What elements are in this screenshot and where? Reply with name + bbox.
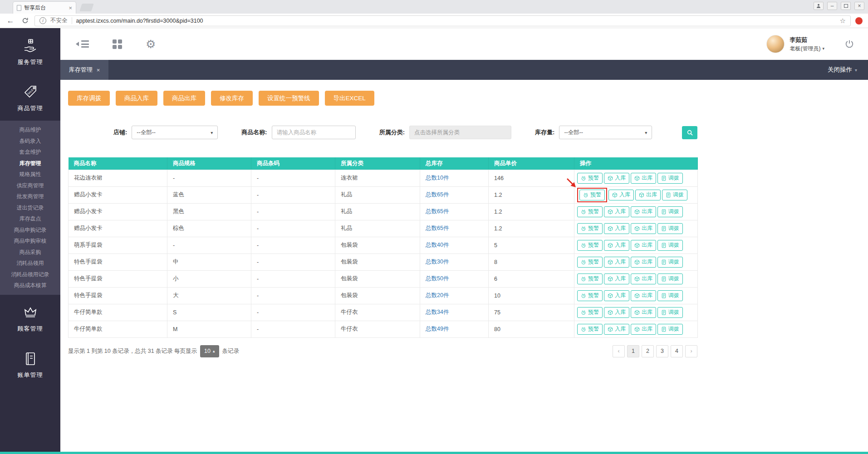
transfer-button[interactable]: 调拨 bbox=[657, 257, 683, 268]
sidebar-item-billing[interactable]: 账单管理 bbox=[0, 341, 60, 387]
outbound-button[interactable]: 出库 bbox=[631, 273, 656, 284]
sidebar-subitem[interactable]: 库存盘点 bbox=[0, 213, 60, 225]
outbound-button[interactable]: 出库 bbox=[631, 290, 656, 301]
sidebar-item-customers[interactable]: 顾客管理 bbox=[0, 295, 60, 341]
user-menu[interactable]: 李茹茹 老板(管理员) ▾ bbox=[766, 35, 824, 53]
inbound-button[interactable]: 入库 bbox=[604, 307, 629, 318]
transfer-button[interactable]: 调拨 bbox=[657, 223, 683, 234]
back-button[interactable]: ← bbox=[5, 17, 15, 24]
alert-button[interactable]: 预警 bbox=[577, 290, 603, 301]
avatar[interactable] bbox=[766, 35, 785, 53]
close-operations-menu[interactable]: 关闭操作 ▾ bbox=[828, 66, 857, 74]
sidebar-subitem[interactable]: 套盒维护 bbox=[0, 146, 60, 158]
inbound-button[interactable]: 入库 bbox=[604, 223, 629, 234]
total-stock-link[interactable]: 总数65件 bbox=[426, 191, 449, 198]
page-button-4[interactable]: 4 bbox=[671, 345, 683, 357]
extension-icon[interactable] bbox=[855, 17, 863, 24]
prev-page-button[interactable]: ‹ bbox=[613, 345, 625, 357]
total-stock-link[interactable]: 总数10件 bbox=[426, 175, 449, 181]
sidebar-subitem[interactable]: 供应商管理 bbox=[0, 180, 60, 191]
inbound-button[interactable]: 入库 bbox=[608, 190, 634, 200]
outbound-button[interactable]: 出库 bbox=[631, 307, 656, 318]
shop-select[interactable]: --全部-- ▾ bbox=[132, 126, 218, 139]
outbound-button[interactable]: 出库 bbox=[631, 324, 656, 335]
transfer-button[interactable]: 调拨 bbox=[657, 240, 683, 251]
maximize-button[interactable] bbox=[841, 2, 851, 10]
transfer-button[interactable]: 调拨 bbox=[657, 324, 683, 335]
total-stock-link[interactable]: 总数49件 bbox=[426, 326, 449, 332]
total-stock-link[interactable]: 总数65件 bbox=[426, 208, 449, 215]
outbound-button[interactable]: 出库 bbox=[635, 190, 661, 200]
alert-button[interactable]: 预警 bbox=[577, 307, 603, 318]
logout-power-icon[interactable] bbox=[844, 39, 854, 49]
sidebar-item-service[interactable]: 服务管理 bbox=[0, 28, 60, 74]
inbound-button[interactable]: 入库 bbox=[604, 240, 629, 251]
transfer-button[interactable]: 调拨 bbox=[657, 173, 683, 184]
outbound-button[interactable]: 出库 bbox=[631, 223, 656, 234]
next-page-button[interactable]: › bbox=[685, 345, 697, 357]
inbound-button[interactable]: 入库 bbox=[604, 273, 629, 284]
goods-inbound-button[interactable]: 商品入库 bbox=[116, 91, 157, 106]
alert-button[interactable]: 预警 bbox=[577, 206, 603, 217]
product-name-input[interactable] bbox=[272, 126, 356, 139]
inbound-button[interactable]: 入库 bbox=[604, 290, 629, 301]
tab-close-icon[interactable]: × bbox=[97, 67, 100, 73]
sidebar-subitem[interactable]: 商品成本核算 bbox=[0, 280, 60, 291]
sidebar-subitem[interactable]: 商品采购 bbox=[0, 247, 60, 258]
transfer-button[interactable]: 调拨 bbox=[657, 206, 683, 217]
export-excel-button[interactable]: 导出EXCEL bbox=[325, 91, 374, 106]
outbound-button[interactable]: 出库 bbox=[631, 240, 656, 251]
outbound-button[interactable]: 出库 bbox=[631, 257, 656, 268]
search-button[interactable] bbox=[682, 126, 697, 139]
total-stock-link[interactable]: 总数20件 bbox=[426, 292, 449, 298]
alert-button[interactable]: 预警 bbox=[577, 324, 603, 335]
sidebar-subitem[interactable]: 商品维护 bbox=[0, 124, 60, 136]
address-bar[interactable]: i 不安全 apptest.izxcs.com/main.do?firstId=… bbox=[34, 15, 851, 26]
sidebar-subitem[interactable]: 规格属性 bbox=[0, 169, 60, 180]
window-close-button[interactable]: × bbox=[854, 2, 864, 10]
stock-qty-select[interactable]: --全部-- ▾ bbox=[559, 126, 652, 139]
settings-gear-icon[interactable]: ⚙ bbox=[146, 39, 156, 50]
collapse-menu-icon[interactable] bbox=[76, 40, 89, 48]
bookmark-star-icon[interactable]: ☆ bbox=[840, 17, 846, 25]
tab-inventory-management[interactable]: 库存管理 × bbox=[60, 60, 108, 80]
transfer-button[interactable]: 调拨 bbox=[657, 307, 683, 318]
inbound-button[interactable]: 入库 bbox=[604, 324, 629, 335]
page-button-2[interactable]: 2 bbox=[642, 345, 654, 357]
stock-transfer-button[interactable]: 库存调拨 bbox=[68, 91, 110, 106]
total-stock-link[interactable]: 总数34件 bbox=[426, 309, 449, 315]
new-tab-button[interactable] bbox=[79, 4, 94, 11]
info-icon[interactable]: i bbox=[39, 17, 46, 24]
transfer-button[interactable]: 调拨 bbox=[657, 273, 683, 284]
total-stock-link[interactable]: 总数30件 bbox=[426, 259, 449, 265]
browser-tab[interactable]: 智享后台 × bbox=[13, 1, 76, 14]
total-stock-link[interactable]: 总数50件 bbox=[426, 275, 449, 282]
category-picker-input[interactable] bbox=[409, 126, 511, 139]
total-stock-link[interactable]: 总数65件 bbox=[426, 225, 449, 231]
profile-icon[interactable] bbox=[814, 2, 824, 10]
transfer-button[interactable]: 调拨 bbox=[657, 290, 683, 301]
modify-stock-button[interactable]: 修改库存 bbox=[211, 91, 253, 106]
sidebar-subitem[interactable]: 库存管理 bbox=[0, 158, 60, 169]
refresh-button[interactable] bbox=[20, 17, 30, 24]
alert-button[interactable]: 预警 bbox=[577, 257, 603, 268]
apps-grid-icon[interactable] bbox=[113, 39, 122, 49]
alert-button[interactable]: 预警 bbox=[577, 273, 603, 284]
sidebar-subitem[interactable]: 商品申购记录 bbox=[0, 225, 60, 236]
alert-button[interactable]: 预警 bbox=[577, 240, 603, 251]
set-alert-line-button[interactable]: 设置统一预警线 bbox=[259, 91, 319, 106]
sidebar-subitem[interactable]: 消耗品领用 bbox=[0, 258, 60, 269]
alert-button[interactable]: 预警 bbox=[577, 223, 603, 234]
alert-button[interactable]: 预警 bbox=[577, 173, 603, 184]
sidebar-subitem[interactable]: 批发商管理 bbox=[0, 191, 60, 202]
sidebar-subitem[interactable]: 进出货记录 bbox=[0, 202, 60, 214]
sidebar-subitem[interactable]: 商品申购审核 bbox=[0, 235, 60, 247]
inbound-button[interactable]: 入库 bbox=[604, 257, 629, 268]
inbound-button[interactable]: 入库 bbox=[604, 173, 629, 184]
outbound-button[interactable]: 出库 bbox=[631, 173, 656, 184]
alert-button[interactable]: 预警 bbox=[579, 190, 605, 200]
transfer-button[interactable]: 调拨 bbox=[662, 190, 687, 200]
page-button-1[interactable]: 1 bbox=[627, 345, 639, 357]
page-size-select[interactable]: 10 ▴ bbox=[200, 345, 219, 357]
sidebar-subitem[interactable]: 消耗品领用记录 bbox=[0, 269, 60, 280]
